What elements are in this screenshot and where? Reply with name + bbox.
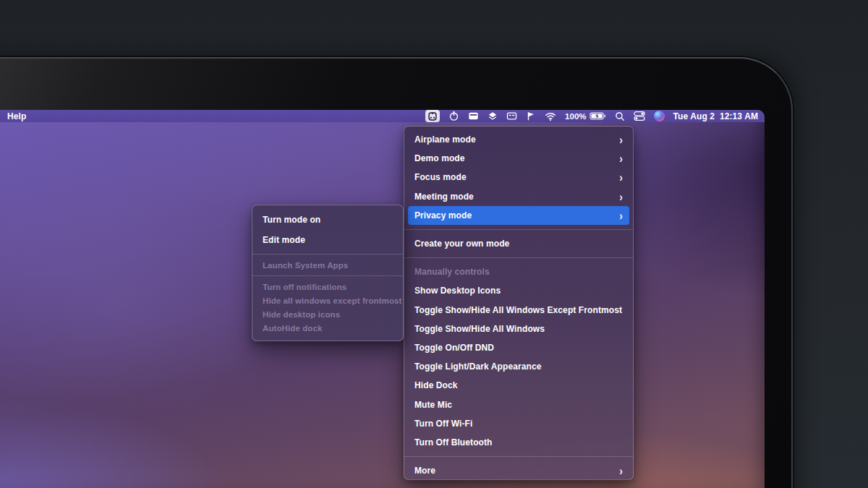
menu-item-label: Toggle Light/Dark Appearance <box>414 361 542 372</box>
submenu-item: Launch System Apps <box>256 258 399 272</box>
control-center-icon[interactable] <box>634 111 645 121</box>
menu-item[interactable]: Demo mode › <box>408 149 629 168</box>
spotlight-icon[interactable] <box>615 111 625 121</box>
menu-item-label: Airplane mode <box>414 134 476 145</box>
menu-item[interactable]: Show Desktop Icons <box>408 281 629 300</box>
menu-item-label: Manually controls <box>414 267 490 277</box>
privacy-submenu-panel: Turn mode on Edit mode Launch System App… <box>252 205 404 341</box>
menu-separator <box>252 254 403 254</box>
menu-separator <box>404 456 633 457</box>
menu-item[interactable]: Toggle Show/Hide All Windows Except Fron… <box>408 301 629 320</box>
menu-item-label: Meeting mode <box>414 192 474 202</box>
photo-background: Help <box>0 0 868 488</box>
menu-item[interactable]: Turn Off Bluetooth <box>408 433 629 452</box>
menu-item-label: Hide all windows except frontmost <box>263 296 401 305</box>
menu-item-label: Edit mode <box>263 235 305 245</box>
menu-item: Manually controls <box>408 262 629 281</box>
menu-bar-clock[interactable]: Tue Aug 2 12:13 AM <box>673 111 758 121</box>
menu-item[interactable]: Focus mode › <box>408 168 629 187</box>
submenu-item: Hide all windows except frontmost <box>256 294 399 307</box>
chevron-right-icon: › <box>619 210 623 221</box>
chevron-right-icon: › <box>619 465 623 476</box>
menu-separator <box>252 275 403 276</box>
menu-item-label: Demo mode <box>414 153 465 163</box>
desktop: Help <box>0 110 765 488</box>
menu-item[interactable]: Airplane mode › <box>408 130 629 149</box>
window-icon[interactable] <box>468 111 479 121</box>
layers-icon[interactable] <box>488 111 498 121</box>
menu-item-label: More <box>414 466 435 476</box>
menu-item-label: AutoHide dock <box>263 324 322 333</box>
menu-item[interactable]: Meeting mode › <box>408 187 629 206</box>
menu-item-label: Create your own mode <box>414 239 509 249</box>
menu-item[interactable]: Mute Mic <box>408 395 629 414</box>
menu-item[interactable]: Hide Dock <box>408 376 629 395</box>
chevron-right-icon: › <box>619 134 623 145</box>
menu-item[interactable]: Create your own mode <box>408 234 629 253</box>
menu-bar: Help <box>0 110 765 122</box>
menu-item-label: Hide desktop icons <box>263 310 340 319</box>
menu-item-label: Turn off notifications <box>263 283 346 291</box>
menu-item[interactable]: More › <box>408 461 629 480</box>
submenu-item: Turn off notifications <box>256 280 399 294</box>
battery-status[interactable]: 100% <box>565 111 605 121</box>
menu-item-label: Hide Dock <box>414 380 458 390</box>
menu-item-label: Turn Off Bluetooth <box>414 437 493 448</box>
submenu-item: AutoHide dock <box>256 321 399 335</box>
mode-app-icon[interactable] <box>425 110 440 122</box>
chevron-right-icon: › <box>619 171 623 183</box>
menu-item[interactable]: Toggle Light/Dark Appearance <box>408 357 629 376</box>
laptop-bezel: Help <box>0 57 793 488</box>
menu-separator <box>404 229 633 230</box>
menu-item-label: Toggle On/Off DND <box>414 343 494 353</box>
card-icon[interactable] <box>506 111 517 121</box>
chevron-right-icon: › <box>619 153 623 164</box>
chevron-right-icon: › <box>619 191 623 202</box>
wifi-icon[interactable] <box>545 111 556 121</box>
battery-percent: 100% <box>565 112 586 121</box>
submenu-item[interactable]: Turn mode on <box>256 210 399 230</box>
menu-item-label: Toggle Show/Hide All Windows <box>414 324 545 334</box>
menu-item[interactable]: Toggle On/Off DND <box>408 338 629 357</box>
menu-item-label: Turn Off Wi-Fi <box>414 419 472 429</box>
menu-separator <box>404 257 633 258</box>
menu-item-label: Privacy mode <box>414 210 472 221</box>
mode-menu-panel: Airplane mode › Demo mode › Focus mode ›… <box>404 126 634 480</box>
submenu-item: Hide desktop icons <box>256 307 399 321</box>
siri-icon[interactable] <box>654 111 665 121</box>
menu-help[interactable]: Help <box>0 111 33 121</box>
menu-item-label: Focus mode <box>414 172 467 182</box>
power-icon[interactable] <box>448 111 459 121</box>
submenu-item[interactable]: Edit mode <box>256 230 399 250</box>
menu-item-label: Mute Mic <box>414 400 452 410</box>
menu-item-label: Launch System Apps <box>263 261 348 270</box>
menu-item-label: Turn mode on <box>263 215 320 225</box>
menu-item[interactable]: Privacy mode › <box>408 206 629 225</box>
menu-item[interactable]: Toggle Show/Hide All Windows <box>408 320 629 338</box>
menu-item-label: Show Desktop Icons <box>414 286 501 296</box>
menu-item[interactable]: Turn Off Wi-Fi <box>408 414 629 433</box>
menu-item-label: Toggle Show/Hide All Windows Except Fron… <box>414 305 622 315</box>
flag-icon[interactable] <box>526 111 536 121</box>
battery-icon <box>590 111 606 121</box>
